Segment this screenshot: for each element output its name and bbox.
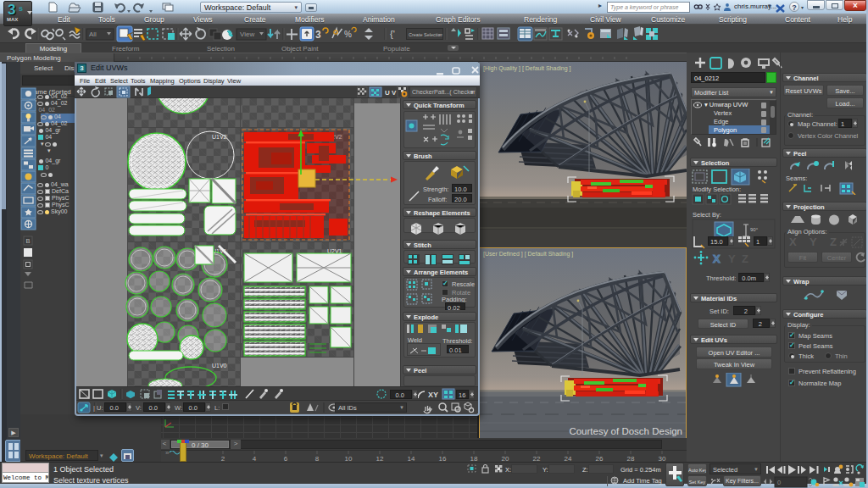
svg-text:[High Quality ] [ Default Shad: [High Quality ] [ Default Shading ] [483, 65, 571, 72]
svg-text:90°: 90° [750, 227, 759, 232]
svg-text:{': {' [390, 29, 395, 39]
svg-text:Modify Selection:: Modify Selection: [693, 186, 741, 193]
svg-text:All: All [89, 30, 97, 38]
svg-text:B: B [26, 237, 31, 245]
svg-text:Y: Y [728, 252, 736, 265]
svg-text:X: X [713, 252, 721, 265]
svg-text:U V: U V [385, 89, 397, 97]
svg-text:View: View [240, 30, 254, 38]
svg-text:%: % [344, 30, 352, 39]
svg-text:Select By:: Select By: [693, 211, 721, 219]
svg-text:3: 3 [315, 29, 321, 41]
svg-text:[User Defined ] [ Default Shad: [User Defined ] [ Default Shading ] [483, 251, 573, 258]
svg-text:XY: XY [428, 391, 438, 399]
svg-text:Courtesy of Dosch Design: Courtesy of Dosch Design [569, 426, 682, 436]
svg-text:Z: Z [742, 252, 748, 265]
svg-text:0: 0 [777, 479, 781, 486]
